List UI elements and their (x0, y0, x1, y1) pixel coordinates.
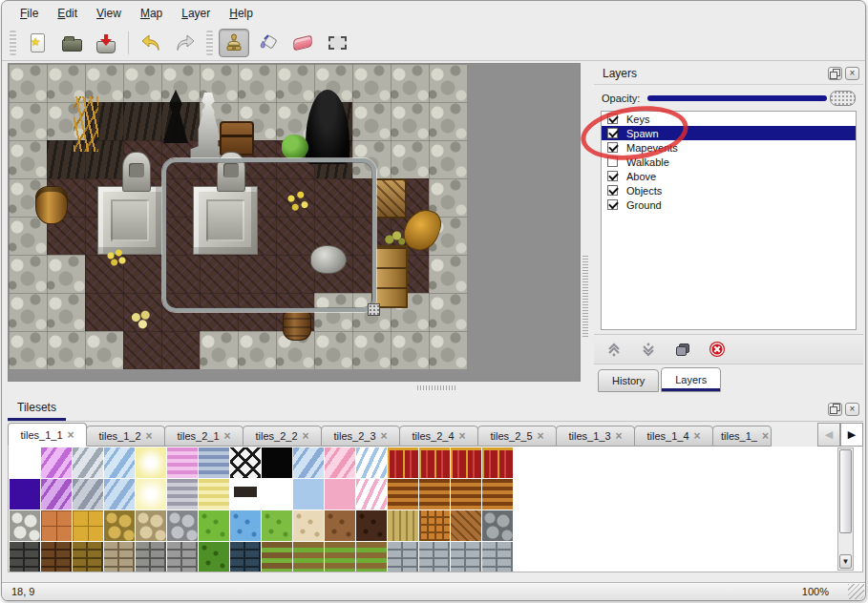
close-tab-icon[interactable]: × (694, 430, 701, 442)
tileset-tile[interactable] (73, 542, 103, 572)
tileset-tile[interactable] (262, 542, 292, 572)
close-tab-icon[interactable]: × (381, 430, 388, 442)
undo-button[interactable] (136, 29, 166, 57)
tileset-tile[interactable] (41, 510, 72, 541)
tileset-tile[interactable] (482, 510, 513, 541)
scroll-tabs-left-icon[interactable]: ◀ (817, 423, 840, 447)
menu-edit[interactable]: Edit (49, 4, 86, 23)
open-folder-button[interactable] (56, 29, 87, 57)
tileset-tile[interactable] (419, 542, 450, 572)
tileset-tile[interactable] (293, 447, 324, 478)
tileset-tile[interactable] (73, 447, 103, 478)
stamp-tool-button[interactable] (219, 29, 249, 57)
close-tab-icon[interactable]: × (68, 429, 74, 441)
fill-tool-button[interactable] (253, 29, 284, 57)
tileset-tile[interactable] (230, 479, 261, 509)
toolbar-grip[interactable] (206, 31, 213, 55)
map-selection-rectangle[interactable] (162, 158, 376, 312)
tileset-tab-tiles_1_1[interactable]: tiles_1_1× (8, 423, 87, 447)
close-tab-icon[interactable]: × (538, 430, 544, 442)
toolbar-grip[interactable] (10, 31, 16, 55)
close-panel-icon[interactable]: × (845, 67, 859, 80)
tileset-tile[interactable] (199, 447, 229, 478)
eraser-tool-button[interactable] (287, 29, 318, 57)
tileset-tab-tiles_1_2[interactable]: tiles_1_2× (86, 426, 165, 447)
scroll-tabs-right-icon[interactable]: ▶ (840, 423, 863, 447)
tileset-tab-tiles_2_1[interactable]: tiles_2_1× (164, 426, 243, 447)
tileset-scrollbar[interactable]: ▼ (837, 447, 854, 571)
tileset-tile[interactable] (419, 479, 450, 509)
tileset-tile[interactable] (41, 542, 72, 572)
close-tab-icon[interactable]: × (459, 430, 466, 442)
tileset-tile[interactable] (104, 479, 135, 509)
rect-select-tool-button[interactable] (322, 29, 352, 57)
menu-view[interactable]: View (88, 4, 130, 23)
layer-visibility-checkbox[interactable] (607, 114, 618, 124)
float-panel-icon[interactable] (828, 67, 842, 80)
close-tab-icon[interactable]: × (146, 430, 153, 442)
tileset-tile[interactable] (230, 542, 261, 572)
tileset-tile[interactable] (167, 542, 198, 572)
menu-map[interactable]: Map (132, 4, 171, 23)
raise-layer-button[interactable] (603, 340, 625, 359)
tileset-tile[interactable] (199, 542, 229, 572)
vertical-splitter-handle[interactable] (582, 256, 588, 338)
tileset-tile[interactable] (10, 542, 40, 572)
tileset-tile[interactable] (41, 479, 72, 509)
close-panel-icon[interactable]: × (845, 403, 859, 416)
tileset-tab-tiles_1_4[interactable]: tiles_1_4× (634, 426, 713, 447)
layer-visibility-checkbox[interactable] (607, 199, 618, 210)
tileset-tile[interactable] (325, 479, 355, 509)
tileset-tile[interactable] (199, 510, 229, 541)
tileset-tile[interactable] (388, 542, 418, 572)
tileset-tile[interactable] (104, 510, 135, 541)
tileset-tile[interactable] (325, 510, 355, 541)
tileset-tile[interactable] (10, 479, 40, 509)
tileset-tile[interactable] (230, 447, 261, 478)
tab-layers[interactable]: Layers (661, 367, 721, 392)
new-file-button[interactable]: ★ (22, 29, 53, 57)
tileset-tile[interactable] (136, 542, 166, 572)
tileset-tile[interactable] (136, 479, 166, 509)
tileset-tile[interactable] (262, 510, 292, 541)
tileset-tile[interactable] (167, 479, 198, 509)
tileset-tile[interactable] (293, 510, 324, 541)
tileset-tile[interactable] (482, 542, 513, 572)
tileset-tile[interactable] (230, 510, 261, 541)
tileset-tile[interactable] (325, 542, 355, 572)
tileset-tile[interactable] (356, 479, 387, 509)
tileset-tile[interactable] (199, 479, 229, 509)
tileset-tab-tiles_1_3[interactable]: tiles_1_3× (556, 426, 635, 447)
tileset-tab-tiles_2_5[interactable]: tiles_2_5× (477, 426, 557, 447)
tileset-tile[interactable] (419, 447, 450, 478)
tileset-tile[interactable] (136, 447, 166, 478)
tileset-tile[interactable] (388, 479, 418, 509)
tileset-tile[interactable] (356, 447, 387, 478)
opacity-slider-handle[interactable] (830, 91, 856, 106)
tileset-tile[interactable] (104, 447, 135, 478)
tileset-tile[interactable] (10, 447, 40, 478)
tileset-tile[interactable] (482, 479, 513, 509)
layer-visibility-checkbox[interactable] (607, 185, 618, 196)
tileset-tab-tiles_2_2[interactable]: tiles_2_2× (243, 426, 322, 447)
tileset-tile[interactable] (10, 510, 40, 541)
float-panel-icon[interactable] (828, 403, 842, 416)
layer-row-objects[interactable]: Objects (602, 183, 856, 198)
tileset-tile[interactable] (262, 447, 292, 478)
tileset-tile[interactable] (167, 447, 198, 478)
tileset-tile[interactable] (388, 447, 418, 478)
tileset-tile[interactable] (451, 542, 481, 572)
tileset-tab-tiles_2_4[interactable]: tiles_2_4× (399, 426, 478, 447)
lower-layer-button[interactable] (638, 340, 659, 359)
close-tab-icon[interactable]: × (616, 430, 623, 442)
tileset-tile[interactable] (293, 542, 324, 572)
tileset-tile[interactable] (451, 510, 481, 541)
tileset-tile[interactable] (482, 447, 513, 478)
close-tab-icon[interactable]: × (224, 430, 231, 442)
tileset-tile[interactable] (104, 542, 135, 572)
menu-file[interactable]: File (11, 4, 47, 23)
menu-help[interactable]: Help (221, 4, 262, 23)
tileset-tile[interactable] (293, 479, 324, 509)
duplicate-layer-button[interactable] (672, 340, 693, 359)
horizontal-splitter-handle[interactable] (417, 385, 457, 390)
